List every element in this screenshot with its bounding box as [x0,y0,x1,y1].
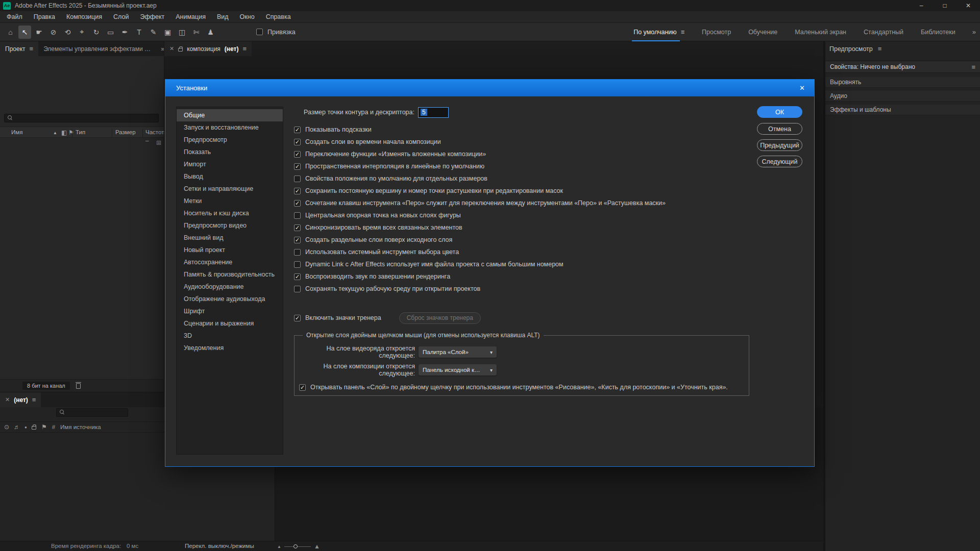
properties-group-row[interactable]: Выровнять [825,77,980,88]
category-item[interactable]: Уведомления [177,342,283,354]
checkbox[interactable] [294,261,301,268]
menu-item[interactable]: Анимация [170,11,211,22]
column-source-name[interactable]: Имя источника [60,424,101,430]
lock-icon[interactable] [32,426,36,430]
preference-checkbox-row[interactable]: Создать слои во времени начала композици… [294,136,666,148]
category-item[interactable]: Новый проект [177,244,283,256]
category-item[interactable]: Предпросмотр [177,134,283,146]
panel-menu-icon[interactable]: ≡ [971,63,975,71]
menu-item[interactable]: Композиция [61,11,108,22]
close-tab-icon[interactable]: ✕ [5,396,10,403]
sort-ascending-icon[interactable]: ▲ [53,131,57,135]
checkbox[interactable] [294,273,301,280]
category-item[interactable]: Внешний вид [177,232,283,244]
workspace-tab[interactable]: Маленький экран [786,23,855,41]
menu-item[interactable]: Вид [211,11,234,22]
close-button[interactable]: ✕ [957,0,980,11]
comp-layer-dropdown[interactable]: Панель исходной ком... ▾ [419,364,497,375]
orbit-camera-tool-icon[interactable]: ⟲ [61,26,74,39]
category-item[interactable]: Аудиооборудование [177,281,283,293]
checkbox[interactable] [294,139,301,145]
hand-tool-icon[interactable]: ☛ [33,26,45,39]
category-item[interactable]: Носитель и кэш диска [177,207,283,219]
menu-item[interactable]: Справка [260,11,297,22]
more-tabs-icon[interactable]: » [157,45,164,53]
preference-checkbox-row[interactable]: Синхронизировать время всех связанных эл… [294,221,666,234]
zoom-slider-track[interactable] [284,546,311,547]
panel-menu-icon[interactable]: ≡ [242,45,247,53]
rectangle-tool-icon[interactable]: ▭ [104,26,117,39]
category-item[interactable]: Отображение аудиовыхода [177,293,283,305]
panel-menu-icon[interactable]: ≡ [32,396,36,404]
workspace-tab[interactable]: Обучение [740,23,786,41]
reset-coach-marks-button[interactable]: Сброс значков тренера [399,312,481,324]
cancel-button[interactable]: Отмена [757,123,802,135]
preference-checkbox-row[interactable]: Воспроизводить звук по завершении рендер… [294,270,666,283]
zoom-in-icon[interactable]: ▲ [314,543,320,550]
zoom-slider-handle[interactable] [293,544,298,548]
workspace-tab[interactable]: Библиотеки [912,23,964,41]
bit-depth-badge[interactable]: 8 бит на канал [22,382,70,390]
panel-menu-icon[interactable]: ≡ [878,45,882,53]
checkbox[interactable] [294,151,301,158]
preference-checkbox-row[interactable]: Создать раздельные слои поверх исходного… [294,234,666,246]
previous-button[interactable]: Предыдущий [757,139,802,151]
open-layer-panel-checkbox[interactable] [299,384,306,391]
open-layer-panel-row[interactable]: Открывать панель «Слой» по двойному щелч… [299,384,728,391]
audio-icon[interactable]: ♬ [14,423,20,431]
checkbox[interactable] [294,212,301,219]
checkbox[interactable] [294,249,301,256]
category-item[interactable]: Шрифт [177,305,283,317]
category-item[interactable]: Автосохранение [177,256,283,268]
workspace-tab[interactable]: По умолчанию [625,23,693,41]
brush-tool-icon[interactable]: ✎ [147,26,160,39]
checkbox[interactable] [294,200,301,207]
preference-checkbox-row[interactable]: Dynamic Link с After Effects использует … [294,258,666,270]
preference-checkbox-row[interactable]: Сохранять текущую рабочую среду при откр… [294,283,666,295]
column-type[interactable]: Тип [76,129,85,135]
checkbox[interactable] [294,237,301,243]
checkbox[interactable] [294,286,301,292]
category-item[interactable]: Вывод [177,170,283,183]
checkbox[interactable] [294,188,301,194]
coach-marks-checkbox[interactable] [294,315,301,321]
preference-checkbox-row[interactable]: Свойства положения по умолчанию для отде… [294,172,666,185]
ok-button[interactable]: ОК [757,106,802,118]
solo-icon[interactable]: ● [24,425,27,430]
minimize-button[interactable]: – [910,0,933,11]
flowchart-view-icon[interactable]: ⊞ [156,139,161,146]
snap-checkbox[interactable] [256,29,263,35]
tab-project[interactable]: Проект ≡ [0,41,38,56]
more-workspaces-icon[interactable]: » [968,28,980,36]
eraser-tool-icon[interactable]: ◫ [176,26,188,39]
category-item[interactable]: Сетки и направляющие [177,183,283,195]
preference-checkbox-row[interactable]: Использовать системный инструмент выбора… [294,246,666,258]
puppet-pin-tool-icon[interactable]: ♟ [204,26,217,39]
zoom-out-icon[interactable]: ▲ [277,544,281,549]
color-swatch-icon[interactable]: ◧ [61,129,67,136]
checkbox[interactable] [294,224,301,231]
panel-menu-icon[interactable]: ≡ [30,45,34,53]
label-flag-icon[interactable]: ⚑ [41,423,47,431]
category-item[interactable]: Общие [177,109,283,121]
category-item[interactable]: Метки [177,195,283,207]
preference-checkbox-row[interactable]: Переключение функции «Изменять вложенные… [294,148,666,160]
checkbox[interactable] [294,176,301,182]
timeline-search-input[interactable] [56,408,128,417]
pen-tool-icon[interactable]: ✒ [118,26,131,39]
checkbox[interactable] [294,163,301,170]
trash-icon[interactable] [76,383,81,389]
maximize-button[interactable]: □ [933,0,957,11]
tab-timeline[interactable]: ✕ (нет) ≡ [0,392,41,407]
preference-checkbox-row[interactable]: Показывать подсказки [294,123,666,136]
category-item[interactable]: 3D [177,330,283,342]
preference-checkbox-row[interactable]: Центральная опорная точка на новых слоях… [294,209,666,221]
checkbox[interactable] [294,127,301,133]
selection-tool-icon[interactable]: ↖ [18,26,31,39]
dialog-close-icon[interactable]: ✕ [797,80,807,96]
pan-behind-tool-icon[interactable]: ⌖ [76,26,88,39]
type-tool-icon[interactable]: T [133,26,145,39]
properties-group-row[interactable]: Эффекты и шаблоны [825,105,980,115]
category-item[interactable]: Показать [177,146,283,158]
project-search-input[interactable] [4,114,159,122]
